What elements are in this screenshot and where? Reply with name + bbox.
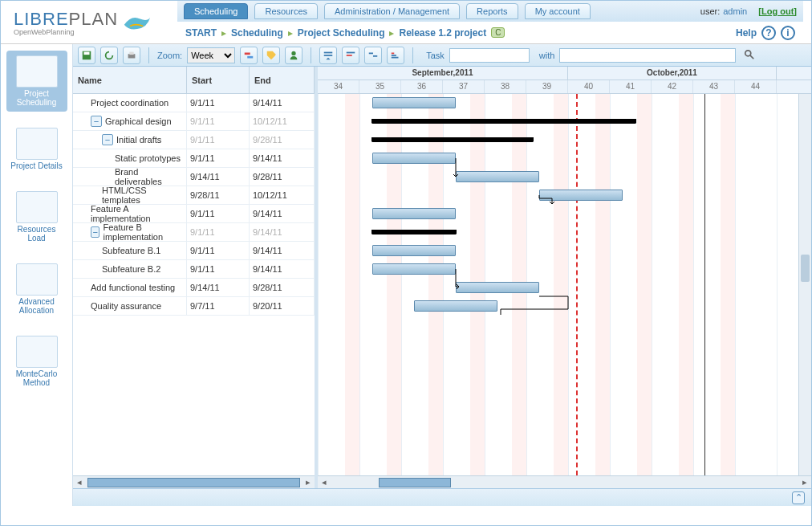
table-row[interactable]: Subfeature B.19/1/119/14/11 <box>73 242 315 260</box>
table-row[interactable]: Feature A implementation9/1/119/14/11 <box>73 205 315 223</box>
timeline-header: September,2011October,2011 3435363738394… <box>318 67 811 94</box>
search-icon[interactable] <box>744 49 755 62</box>
tab-my-account[interactable]: My account <box>525 3 591 19</box>
scroll-left-icon[interactable]: ◂ <box>73 477 86 488</box>
gantt-bar[interactable] <box>372 119 635 124</box>
filter-icon[interactable] <box>364 47 382 64</box>
sidebar-item-project-details[interactable]: Project Details <box>6 123 67 175</box>
task-filter-input[interactable] <box>449 48 530 63</box>
table-row[interactable]: Subfeature B.29/1/119/14/11 <box>73 260 315 279</box>
zoom-select[interactable]: DayWeekMonthQuarterYear <box>187 47 235 63</box>
breadcrumb-2[interactable]: Project Scheduling <box>298 27 385 39</box>
gantt-bar[interactable] <box>372 97 456 108</box>
tab-resources[interactable]: Resources <box>254 3 318 19</box>
help-icon[interactable]: ? <box>761 26 776 40</box>
gantt-bar[interactable] <box>372 245 456 256</box>
table-row[interactable]: Static prototypes9/1/119/14/11 <box>73 149 315 168</box>
tab-administration-management[interactable]: Administration / Management <box>324 3 460 19</box>
task-name: Initial drafts <box>116 135 161 145</box>
col-name[interactable]: Name <box>73 67 187 93</box>
task-start: 9/14/11 <box>187 168 250 186</box>
task-start: 9/1/11 <box>187 223 250 241</box>
sort-icon[interactable] <box>387 47 404 64</box>
user-name: admin <box>723 6 747 16</box>
sidebar-item-project-scheduling[interactable]: Project Scheduling <box>6 51 67 112</box>
gantt-bar[interactable] <box>414 300 497 312</box>
collapse-panel-icon[interactable]: ⌃ <box>792 491 805 504</box>
svg-rect-15 <box>392 56 399 58</box>
task-start: 9/1/11 <box>187 205 250 222</box>
scroll-right-icon[interactable]: ▸ <box>798 477 811 488</box>
gantt-bar[interactable] <box>372 137 533 142</box>
logo-text: LIBREPLAN <box>14 9 118 30</box>
task-name: Add functional testing <box>91 283 175 292</box>
app-header: LIBREPLAN OpenWebPlanning SchedulingReso… <box>1 1 811 44</box>
save-icon[interactable] <box>78 47 95 64</box>
scroll-right-icon[interactable]: ▸ <box>302 477 315 488</box>
labels-icon[interactable] <box>262 47 280 64</box>
week-header: 34 <box>318 80 359 93</box>
breadcrumb-start[interactable]: START <box>185 27 217 39</box>
left-hscroll[interactable]: ◂ ▸ <box>73 475 315 488</box>
breadcrumb-3[interactable]: Release 1.2 project <box>399 27 486 39</box>
task-name: Subfeature B.1 <box>102 246 160 255</box>
gantt-bar[interactable] <box>372 230 456 234</box>
table-row[interactable]: Quality assurance9/7/119/20/11 <box>73 297 315 316</box>
gantt-bar[interactable] <box>539 190 623 201</box>
table-row[interactable]: −Feature B implementation9/1/119/14/11 <box>73 223 315 242</box>
table-row[interactable]: −Graphical design9/1/1110/12/11 <box>73 112 315 131</box>
sidebar-item-montecarlo-method[interactable]: MonteCarlo Method <box>6 331 67 392</box>
sidebar-item-label: Project Details <box>10 161 62 170</box>
task-end: 9/14/11 <box>250 94 315 112</box>
svg-rect-9 <box>347 51 355 53</box>
col-start[interactable]: Start <box>187 67 250 93</box>
with-filter-input[interactable] <box>559 48 736 63</box>
collapse-icon[interactable]: − <box>102 134 113 145</box>
svg-rect-14 <box>392 55 396 56</box>
tab-reports[interactable]: Reports <box>466 3 518 19</box>
task-end: 10/12/11 <box>250 112 315 130</box>
collapse-all-icon[interactable] <box>342 47 359 64</box>
collapse-icon[interactable]: − <box>91 116 102 127</box>
col-end[interactable]: End <box>250 67 315 93</box>
table-row[interactable]: HTML/CSS templates9/28/1110/12/11 <box>73 186 315 205</box>
gantt-panel: September,2011October,2011 3435363738394… <box>318 67 811 488</box>
week-header: 42 <box>652 80 693 93</box>
sidebar-item-resources-load[interactable]: Resources Load <box>6 186 67 247</box>
toolbar: Zoom: DayWeekMonthQuarterYear Task with <box>73 44 811 67</box>
gantt-hscroll[interactable]: ◂ ▸ <box>318 475 811 488</box>
info-icon[interactable]: i <box>781 26 795 40</box>
table-row[interactable]: Project coordination9/1/119/14/11 <box>73 94 315 112</box>
breadcrumb-1[interactable]: Scheduling <box>231 27 283 39</box>
gantt-bar[interactable] <box>372 153 456 164</box>
reload-icon[interactable] <box>100 47 118 64</box>
task-name: Feature A implementation <box>91 204 183 223</box>
table-row[interactable]: −Initial drafts9/1/119/28/11 <box>73 131 315 149</box>
month-header: September,2011 <box>318 67 568 80</box>
table-row[interactable]: Add functional testing9/14/119/28/11 <box>73 279 315 297</box>
with-filter-label: with <box>539 51 555 60</box>
help-link[interactable]: Help <box>736 27 757 39</box>
sidebar-item-advanced-allocation[interactable]: Advanced Allocation <box>6 259 67 320</box>
expand-all-icon[interactable] <box>319 47 337 64</box>
collapse-icon[interactable]: − <box>91 226 99 238</box>
svg-rect-3 <box>129 51 133 55</box>
task-name: Subfeature B.2 <box>102 264 160 274</box>
gantt-bar[interactable] <box>372 208 456 219</box>
print-icon[interactable] <box>123 47 140 64</box>
task-name: Project coordination <box>91 98 168 108</box>
tab-scheduling[interactable]: Scheduling <box>184 3 248 19</box>
week-header: 39 <box>526 80 568 93</box>
sidebar-item-label: Resources Load <box>8 225 66 243</box>
task-start: 9/1/11 <box>187 149 250 167</box>
resources-icon[interactable] <box>285 47 302 64</box>
gantt-bar[interactable] <box>372 263 456 275</box>
logout-link[interactable]: [Log out] <box>758 6 797 16</box>
gantt-bar[interactable] <box>456 171 539 182</box>
critical-path-icon[interactable] <box>240 47 258 64</box>
scroll-left-icon[interactable]: ◂ <box>318 477 331 488</box>
task-start: 9/1/11 <box>187 260 250 278</box>
vertical-scrollbar[interactable] <box>798 94 811 475</box>
gantt-bar[interactable] <box>456 282 539 293</box>
table-row[interactable]: Brand deliverables9/14/119/28/11 <box>73 168 315 186</box>
